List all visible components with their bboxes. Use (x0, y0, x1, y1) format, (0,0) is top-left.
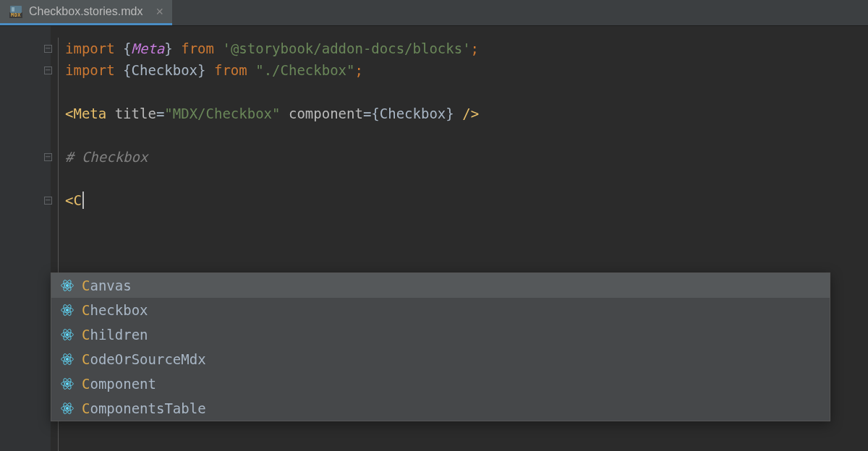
autocomplete-popup: Canvas Checkbox Children CodeOrSourceMdx… (51, 272, 830, 421)
code-line: <Meta title="MDX/Checkbox" component={Ch… (51, 103, 868, 124)
svg-point-20 (66, 407, 68, 409)
code-line (51, 81, 868, 103)
close-icon[interactable]: × (156, 4, 163, 20)
svg-point-8 (66, 333, 68, 335)
autocomplete-item[interactable]: Children (51, 322, 830, 347)
svg-point-12 (66, 358, 68, 360)
code-line: import {Meta} from '@storybook/addon-doc… (51, 38, 868, 59)
svg-point-0 (66, 284, 68, 286)
code-line (51, 124, 868, 146)
autocomplete-item[interactable]: ComponentsTable (51, 396, 830, 421)
mdx-file-icon: MDX (9, 6, 23, 18)
code-line: <C (51, 189, 868, 211)
tab-bar: MDX Checkbox.stories.mdx × (0, 0, 868, 26)
text-cursor (82, 192, 84, 209)
tab-filename: Checkbox.stories.mdx (29, 5, 142, 18)
autocomplete-item[interactable]: Checkbox (51, 298, 830, 322)
code-line (51, 168, 868, 189)
editor-tab[interactable]: MDX Checkbox.stories.mdx × (0, 0, 172, 25)
autocomplete-item[interactable]: Component (51, 371, 830, 396)
code-content[interactable]: import {Meta} from '@storybook/addon-doc… (0, 26, 868, 211)
autocomplete-item[interactable]: Canvas (51, 273, 830, 298)
svg-point-4 (66, 309, 68, 311)
code-line: # Checkbox (51, 146, 868, 168)
code-line: import {Checkbox} from "./Checkbox"; (51, 59, 868, 81)
svg-point-16 (66, 382, 68, 385)
autocomplete-item[interactable]: CodeOrSourceMdx (51, 347, 830, 371)
editor-area[interactable]: import {Meta} from '@storybook/addon-doc… (0, 26, 868, 451)
